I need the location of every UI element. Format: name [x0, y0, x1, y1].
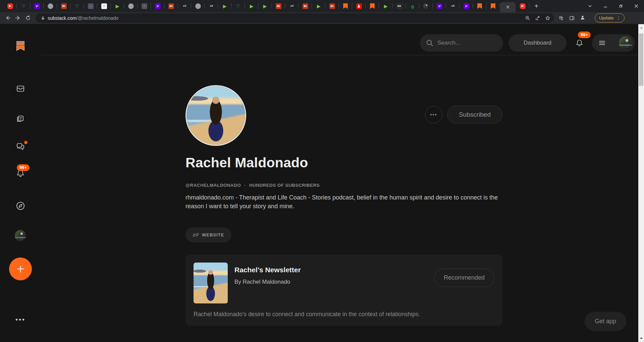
bookmark-star-icon[interactable] [545, 15, 550, 21]
recommended-badge[interactable]: Recommended [434, 269, 494, 287]
newsletter-title[interactable]: Rachel’s Newsletter [234, 266, 301, 274]
tab-search-button[interactable] [582, 0, 598, 12]
browser-tab[interactable]: BI [272, 0, 285, 12]
browser-tab[interactable]: BI [164, 0, 178, 12]
dashboard-button[interactable]: Dashboard [508, 34, 567, 52]
newsletter-byline: By Rachel Maldonado [234, 279, 301, 285]
profile-meta: @RACHELMALDONADO · HUNDREDS OF SUBSCRIBE… [185, 183, 320, 188]
newsletter-thumbnail[interactable] [194, 263, 228, 303]
sidebar-item-explore[interactable] [0, 201, 41, 211]
scrollbar-thumb[interactable] [639, 34, 643, 86]
browser-tab[interactable] [124, 0, 138, 12]
avatar [15, 230, 26, 241]
update-label: Update [599, 15, 614, 20]
browser-tab[interactable] [486, 0, 500, 12]
zoom-icon[interactable] [525, 15, 530, 21]
tab-favicon-icon: ▶ [316, 3, 322, 9]
address-bar[interactable]: substack.com/@rachelmaldonado [36, 13, 554, 23]
substack-logo[interactable] [0, 41, 41, 51]
browser-tab[interactable]: ▶ [516, 0, 529, 12]
browser-tab[interactable]: y! [151, 0, 164, 12]
page-scrollbar[interactable] [638, 24, 644, 342]
browser-tab[interactable] [44, 0, 57, 12]
browser-tab[interactable]: y! [30, 0, 44, 12]
scroll-up-button[interactable] [638, 25, 644, 31]
browser-tab[interactable] [339, 0, 352, 12]
side-panel-icon[interactable] [569, 15, 575, 21]
sidebar-item-posts[interactable] [0, 113, 41, 123]
browser-tab[interactable]: ▶ [218, 0, 231, 12]
header-notifications-button[interactable]: 99+ [572, 34, 587, 52]
tab-favicon-icon: y! [437, 3, 442, 9]
scroll-down-button[interactable] [638, 336, 644, 341]
sidebar-item-notifications[interactable]: 99+ [0, 168, 41, 178]
sidebar-item-chat[interactable] [0, 141, 41, 152]
browser-tab[interactable]: MW [392, 0, 406, 12]
account-menu-button[interactable] [592, 34, 635, 52]
search-input[interactable]: Search... [420, 34, 503, 52]
browser-tab[interactable]: › [138, 0, 151, 12]
active-tab[interactable] [500, 2, 516, 12]
share-icon[interactable] [535, 15, 540, 21]
restore-button[interactable] [613, 0, 629, 12]
get-app-button[interactable]: Get app [585, 312, 626, 331]
browser-tab[interactable]: BI [325, 0, 339, 12]
tab-favicon-icon: › [142, 3, 147, 9]
browser-tab[interactable] [191, 0, 205, 12]
browser-tab[interactable]: BI [57, 0, 70, 12]
browser-tab[interactable]: ♡ [70, 0, 84, 12]
lock-icon[interactable] [41, 16, 45, 20]
newsletter-description: Rachel Maldonado's desire to connect and… [194, 311, 494, 318]
media-playlist-icon[interactable] [558, 15, 564, 21]
newsletter-card[interactable]: Rachel’s Newsletter By Rachel Maldonado … [185, 254, 502, 326]
browser-tab[interactable]: ▶ [245, 0, 258, 12]
subscribed-button[interactable]: Subscribed [447, 106, 502, 123]
sidebar-item-inbox[interactable] [0, 83, 41, 94]
close-tab-icon[interactable] [506, 5, 509, 9]
toolbar-extensions: Update ⋮ [558, 13, 625, 22]
browser-tab[interactable]: ▶ [312, 0, 325, 12]
browser-tab[interactable]: ♡ [231, 0, 245, 12]
browser-tab[interactable]: LR [446, 0, 460, 12]
chrome-update-button[interactable]: Update ⋮ [595, 13, 625, 22]
browser-tab[interactable]: BI [299, 0, 312, 12]
browser-tab[interactable]: ∗ [97, 0, 111, 12]
browser-tab[interactable]: y! [433, 0, 446, 12]
sidebar-more-button[interactable]: ••• [0, 316, 41, 324]
forward-button[interactable] [13, 13, 23, 23]
browser-tab[interactable]: LR [285, 0, 299, 12]
browser-tab[interactable] [366, 0, 379, 12]
browser-tab[interactable] [473, 0, 486, 12]
browser-tab[interactable]: LR [205, 0, 218, 12]
browser-profile-button[interactable] [580, 15, 585, 21]
new-post-button[interactable] [9, 258, 32, 280]
browser-tab[interactable]: ♡ [17, 0, 30, 12]
browser-tab[interactable] [419, 0, 433, 12]
tab-favicon-icon: BI [61, 3, 67, 9]
website-button[interactable]: WEBSITE [185, 227, 231, 242]
sidebar-publication-avatar[interactable] [0, 230, 41, 241]
browser-tab[interactable]: ♟ [352, 0, 366, 12]
new-tab-button[interactable]: + [531, 1, 541, 11]
browser-tab[interactable]: › [84, 0, 97, 12]
browser-tab[interactable]: g [406, 0, 419, 12]
meta-separator: · [244, 183, 246, 188]
browser-tab[interactable]: ▶ [111, 0, 124, 12]
reload-button[interactable] [23, 13, 33, 23]
kebab-menu-icon[interactable]: ⋮ [616, 15, 621, 20]
tab-favicon-icon: ▶ [249, 3, 255, 9]
profile-more-button[interactable]: ••• [425, 106, 442, 123]
close-window-button[interactable] [629, 0, 644, 12]
tab-strip: ▶ ♡ y! BI ♡ › ∗ ▶ › y! [0, 0, 644, 12]
profile-avatar[interactable] [185, 85, 246, 146]
minimize-button[interactable] [598, 0, 613, 12]
browser-tab[interactable]: ▶ [258, 0, 272, 12]
browser-tab[interactable]: ▶ [379, 0, 392, 12]
restore-icon [619, 4, 623, 8]
browser-tab[interactable]: LR [178, 0, 191, 12]
browser-tab[interactable]: y! [460, 0, 473, 12]
back-button[interactable] [3, 13, 13, 23]
tab-favicon-icon: MW [396, 3, 402, 9]
tab-favicon-icon [370, 3, 375, 9]
browser-tab[interactable]: ▶ [3, 0, 17, 12]
